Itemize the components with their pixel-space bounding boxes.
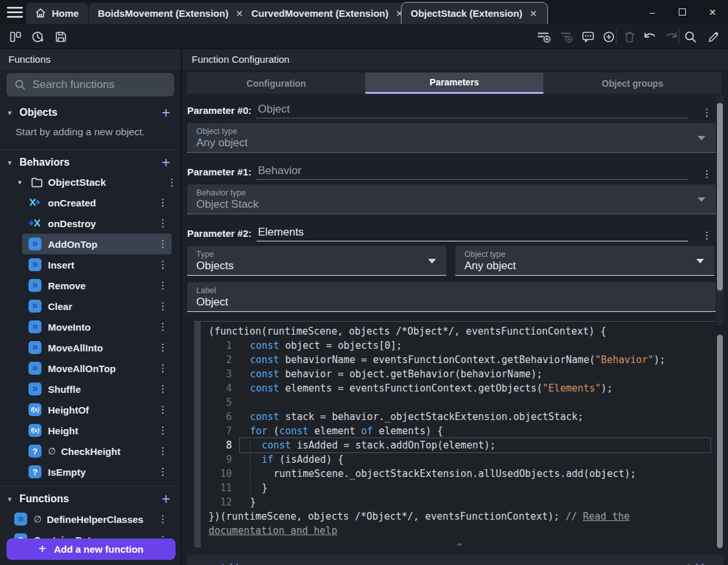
sidebar-item-onCreated[interactable]: onCreated⋮: [22, 192, 172, 213]
item-menu-icon[interactable]: ⋮: [154, 445, 172, 457]
collapse-chevron-icon[interactable]: ▼: [6, 159, 19, 166]
tab-boidsmovement[interactable]: BoidsMovement (Extension) ✕: [89, 3, 253, 24]
line-content: if (isAdded) {: [240, 452, 711, 467]
search-icon[interactable]: [683, 30, 698, 44]
item-menu-icon[interactable]: ⋮: [154, 362, 172, 374]
item-menu-icon[interactable]: ⋮: [154, 342, 172, 353]
sidebar-item-CheckHeight[interactable]: ?∅CheckHeight⋮: [22, 441, 172, 461]
scrollbar-thumb[interactable]: [717, 103, 723, 291]
sidebar-item-Shuffle[interactable]: »Shuffle⋮: [22, 379, 172, 399]
code-line-7[interactable]: 7for (const element of elements) {: [209, 424, 711, 438]
behavior-group-objectstack[interactable]: ▼ ObjectStack ⋮: [0, 172, 181, 192]
window-minimize-button[interactable]: –: [638, 0, 666, 24]
collapse-chevron-icon[interactable]: ▼: [17, 179, 26, 186]
sidebar-item-Remove[interactable]: »Remove⋮: [22, 275, 172, 296]
editor-scrollbar[interactable]: [716, 333, 723, 551]
sidebar-item-MoveInto[interactable]: »MoveInto⋮: [22, 316, 172, 337]
add-new-function-button[interactable]: + Add a new function: [6, 538, 176, 560]
item-menu-icon[interactable]: ⋮: [154, 404, 172, 415]
add-other-icon[interactable]: [601, 30, 617, 44]
code-line-10[interactable]: 10 runtimeScene._objectStackExtension.al…: [209, 467, 711, 481]
field-object-type[interactable]: Object typeAny object: [455, 246, 714, 276]
undo-icon[interactable]: [643, 30, 658, 44]
history-icon[interactable]: [30, 30, 45, 44]
field-type[interactable]: TypeObjects: [187, 246, 446, 276]
item-menu-icon[interactable]: ⋮: [154, 280, 172, 291]
code-line-6[interactable]: 6const stack = behavior._objectStackExte…: [209, 410, 711, 424]
main-menu-icon[interactable]: [6, 5, 25, 19]
item-menu-icon[interactable]: ⋮: [163, 177, 181, 188]
add-function-icon[interactable]: +: [159, 493, 173, 505]
code-line-9[interactable]: 9 if (isAdded) {: [209, 452, 711, 467]
code-line-11[interactable]: 11 }: [209, 481, 711, 495]
sidebar-item-Height[interactable]: f(x)Height⋮: [22, 420, 172, 441]
parameter-name-field[interactable]: Object: [256, 103, 688, 118]
tab-parameters[interactable]: Parameters: [365, 72, 543, 94]
sidebar-item-AddOnTop[interactable]: »AddOnTop⋮: [22, 234, 172, 254]
item-menu-icon[interactable]: ⋮: [154, 300, 172, 312]
item-menu-icon[interactable]: ⋮: [154, 197, 172, 208]
parameter-menu-icon[interactable]: ⋮: [698, 230, 716, 241]
code-line-3[interactable]: 3const behavior = object.getBehavior(beh…: [209, 367, 711, 381]
search-functions-input[interactable]: Search functions: [6, 73, 174, 96]
save-icon[interactable]: [53, 30, 69, 44]
lifecycle-destroy-icon: [28, 217, 41, 230]
code-line-5[interactable]: 5: [209, 395, 711, 410]
item-label: MoveAllInto: [48, 342, 148, 353]
add-event-icon[interactable]: [536, 30, 552, 44]
javascript-code-editor[interactable]: (function(runtimeScene, objects /*Object…: [194, 321, 716, 548]
parameter-name-field[interactable]: Behavior: [256, 164, 688, 180]
code-line-8[interactable]: 8 const isAdded = stack.addOnTop(element…: [209, 438, 711, 452]
tab-curvedmovement[interactable]: CurvedMovement (Extension) ✕: [242, 3, 413, 24]
code-line-4[interactable]: 4const elements = eventsFunctionContext.…: [209, 381, 711, 395]
code-line-1[interactable]: 1const object = objects[0];: [209, 338, 711, 353]
partial-text: Add: [220, 562, 238, 565]
sidebar-item-Insert[interactable]: »Insert⋮: [22, 254, 172, 275]
collapse-chevron-icon[interactable]: ▼: [6, 496, 19, 503]
line-content: [240, 395, 711, 410]
tab-configuration[interactable]: Configuration: [187, 72, 365, 94]
parameter-name-field[interactable]: Elements: [256, 226, 688, 241]
sidebar-item-DefineHelperClasses[interactable]: »∅DefineHelperClasses⋮: [8, 509, 172, 529]
sidebar-item-MoveAllOnTop[interactable]: »MoveAllOnTop⋮: [22, 358, 172, 379]
item-menu-icon[interactable]: ⋮: [154, 383, 172, 395]
sidebar-item-Clear[interactable]: »Clear⋮: [22, 296, 172, 316]
sidebar-item-MoveAllInto[interactable]: »MoveAllInto⋮: [22, 337, 172, 358]
add-object-icon[interactable]: +: [159, 106, 173, 119]
sidebar-item-onDestroy[interactable]: onDestroy⋮: [22, 213, 172, 234]
editor-resize-handle[interactable]: ^: [209, 542, 711, 551]
tab-objectstack[interactable]: ObjectStack (Extension) ✕: [402, 3, 547, 24]
item-menu-icon[interactable]: ⋮: [154, 217, 172, 229]
sidebar-item-IsEmpty[interactable]: ?IsEmpty⋮: [22, 461, 172, 482]
item-menu-icon[interactable]: ⋮: [154, 425, 172, 436]
item-menu-icon[interactable]: ⋮: [154, 238, 172, 250]
add-comment-icon[interactable]: [580, 30, 596, 44]
item-menu-icon[interactable]: ⋮: [154, 321, 172, 333]
parameters-scrollbar[interactable]: [716, 94, 723, 326]
item-menu-icon[interactable]: ⋮: [154, 466, 172, 478]
item-menu-icon[interactable]: ⋮: [154, 259, 172, 271]
code-lines[interactable]: 1const object = objects[0];2const behavi…: [209, 338, 711, 509]
window-close-button[interactable]: ✕: [698, 0, 727, 24]
window-maximize-button[interactable]: [668, 0, 696, 24]
tab-home[interactable]: Home: [26, 3, 88, 24]
code-line-12[interactable]: 12}: [209, 495, 711, 509]
extension-edit-icon[interactable]: [706, 30, 722, 44]
collapse-chevron-icon[interactable]: ▼: [6, 109, 19, 116]
read-documentation-link[interactable]: documentation and help: [209, 525, 337, 537]
parameter-menu-icon[interactable]: ⋮: [698, 168, 716, 180]
tab-object-groups[interactable]: Object groups: [543, 72, 722, 94]
close-tab-icon[interactable]: ✕: [529, 8, 539, 19]
code-line-2[interactable]: 2const behaviorName = eventsFunctionCont…: [209, 353, 711, 367]
open-panels-icon[interactable]: [8, 30, 23, 44]
item-menu-icon[interactable]: ⋮: [154, 513, 172, 525]
field-label[interactable]: LabelObject: [187, 282, 716, 312]
tab-label: ObjectStack (Extension): [411, 8, 523, 19]
scrollbar-thumb[interactable]: [717, 335, 723, 548]
add-behavior-icon[interactable]: +: [159, 156, 173, 169]
parameter-menu-icon[interactable]: ⋮: [698, 107, 716, 118]
read-documentation-link[interactable]: Read the: [583, 511, 630, 522]
field-label: Behavior type: [196, 188, 707, 197]
sidebar-item-HeightOf[interactable]: f(x)HeightOf⋮: [22, 399, 172, 420]
parameter-index-label: Parameter #2:: [187, 228, 251, 241]
